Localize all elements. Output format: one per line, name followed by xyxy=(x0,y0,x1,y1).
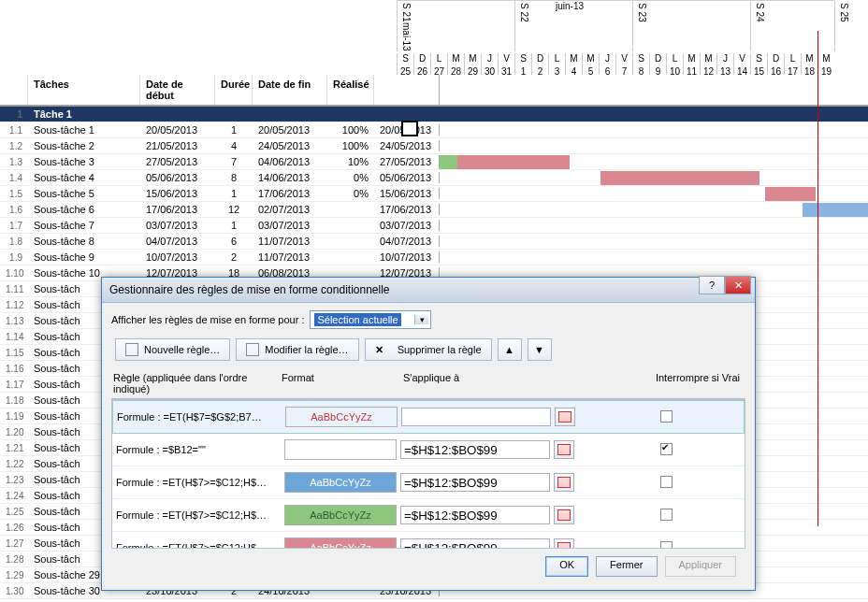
day-letter: D xyxy=(767,53,784,66)
range-picker-button[interactable] xyxy=(554,440,574,459)
week-label: S 22 xyxy=(514,1,531,51)
range-picker-button[interactable] xyxy=(555,408,575,426)
show-for-dropdown[interactable]: Sélection actuelle xyxy=(310,310,431,329)
day-letter: M xyxy=(565,53,582,66)
week-label: S 24 xyxy=(750,1,767,51)
col-header-end[interactable]: Date de fin xyxy=(253,75,327,105)
col-header-start[interactable]: Date de début xyxy=(140,75,215,105)
delete-rule-button[interactable]: ✕ Supprimer la règle xyxy=(365,338,492,361)
rule-format-preview: AaBbCcYyZz xyxy=(284,472,397,493)
apply-button[interactable]: Appliquer xyxy=(665,556,736,577)
new-icon xyxy=(125,343,138,356)
dialog-title: Gestionnaire des règles de mise en forme… xyxy=(109,283,390,296)
gantt-bar[interactable] xyxy=(457,155,570,169)
dialog-titlebar[interactable]: Gestionnaire des règles de mise en forme… xyxy=(102,278,755,303)
day-letter: S xyxy=(397,53,413,66)
rule-row[interactable]: Formule : =$B12="" xyxy=(112,434,745,466)
rule-format-preview: AaBbCcYyZz xyxy=(285,407,398,427)
day-letter: J xyxy=(599,53,615,66)
range-picker-button[interactable] xyxy=(554,538,574,549)
gantt-bar[interactable] xyxy=(600,171,760,185)
stop-if-true-checkbox[interactable] xyxy=(660,443,673,455)
task-row[interactable]: 1.1Sous-tâche 120/05/2013120/05/2013100%… xyxy=(0,122,868,138)
day-letter: M xyxy=(801,53,817,66)
rule-row[interactable]: Formule : =ET(H$7>=$C12;H$…AaBbCcYyZz xyxy=(112,466,745,499)
rule-format-preview xyxy=(284,439,397,460)
task-row[interactable]: 1.5Sous-tâche 515/06/2013117/06/20130%15… xyxy=(0,186,868,202)
help-button[interactable]: ? xyxy=(699,276,725,294)
applies-to-input[interactable] xyxy=(401,408,551,426)
grid-header: Tâches Date de début Durée Date de fin R… xyxy=(0,75,868,107)
week-label: S 25 xyxy=(834,1,851,51)
move-up-button[interactable]: ▲ xyxy=(498,338,522,361)
rule-format-preview: AaBbCcYyZz xyxy=(284,505,397,525)
task-row[interactable]: 1.7Sous-tâche 703/07/2013103/07/201303/0… xyxy=(0,218,868,234)
today-line xyxy=(817,31,818,526)
week-label: S 21 mai-13 xyxy=(397,1,413,51)
rule-formula: Formule : =$B12="" xyxy=(116,444,281,455)
range-picker-button[interactable] xyxy=(554,506,574,524)
close-button[interactable]: Fermer xyxy=(596,556,657,577)
day-letter: J xyxy=(481,53,498,66)
col-header-pct[interactable]: Réalisé xyxy=(327,75,374,105)
rule-row[interactable]: Formule : =ET(H$7>=$C12;H$…AaBbCcYyZz xyxy=(112,532,745,549)
gantt-bar[interactable] xyxy=(803,203,868,217)
day-letter: L xyxy=(666,53,683,66)
task-group-row[interactable]: 1 Tâche 1 xyxy=(0,107,868,122)
rule-row[interactable]: Formule : =ET(H$7>=$C12;H$…AaBbCcYyZz xyxy=(112,499,745,532)
stop-if-true-checkbox[interactable] xyxy=(660,476,673,488)
rule-formula: Formule : =ET(H$7>=$C12;H$… xyxy=(116,509,281,521)
show-for-label: Afficher les règles de mise en forme pou… xyxy=(111,314,304,325)
week-label: S 23 xyxy=(632,1,649,51)
rule-formula: Formule : =ET(H$7=$G$2;B7… xyxy=(117,411,282,423)
stop-if-true-checkbox[interactable] xyxy=(660,410,673,423)
applies-to-input[interactable] xyxy=(400,440,550,459)
timeline-header: S 21 mai-13 S 22 juin-13 S 23 S 24 S 25 … xyxy=(397,0,834,79)
day-letter: L xyxy=(548,53,565,66)
new-rule-button[interactable]: Nouvelle règle… xyxy=(115,338,230,361)
day-letter: S xyxy=(514,53,531,66)
col-header-task[interactable]: Tâches xyxy=(28,75,140,105)
task-row[interactable]: 1.6Sous-tâche 617/06/20131202/07/201317/… xyxy=(0,202,868,218)
rule-formula: Formule : =ET(H$7>=$C12;H$… xyxy=(116,477,281,488)
day-letter: D xyxy=(531,53,548,66)
applies-to-input[interactable] xyxy=(400,473,550,492)
task-row[interactable]: 1.3Sous-tâche 327/05/2013704/06/201310%2… xyxy=(0,154,868,170)
month-label: juin-13 xyxy=(556,1,584,11)
task-row[interactable]: 1.8Sous-tâche 804/07/2013611/07/201304/0… xyxy=(0,234,868,250)
day-letter: L xyxy=(784,53,801,66)
close-button[interactable]: ✕ xyxy=(725,276,751,294)
day-letter: S xyxy=(632,53,649,66)
edit-rule-button[interactable]: Modifier la règle… xyxy=(236,338,358,361)
day-letter: M xyxy=(683,53,700,66)
day-letter: J xyxy=(716,53,733,66)
move-down-button[interactable]: ▼ xyxy=(528,338,552,361)
day-letter: D xyxy=(413,53,430,66)
ok-button[interactable]: OK xyxy=(545,556,588,577)
applies-to-input[interactable] xyxy=(400,506,550,524)
rules-list[interactable]: Formule : =ET(H$7=$G$2;B7…AaBbCcYyZzForm… xyxy=(111,399,745,549)
gantt-bar[interactable] xyxy=(439,155,457,169)
day-letter: V xyxy=(498,53,514,66)
rules-columns-header: Règle (appliquée dans l'ordre indiqué) F… xyxy=(111,368,745,399)
rule-row[interactable]: Formule : =ET(H$7=$G$2;B7…AaBbCcYyZz xyxy=(112,400,745,434)
stop-if-true-checkbox[interactable] xyxy=(660,541,673,550)
range-picker-button[interactable] xyxy=(554,473,574,492)
day-letter: V xyxy=(615,53,632,66)
day-letter: M xyxy=(447,53,464,66)
day-letter: M xyxy=(582,53,599,66)
task-row[interactable]: 1.9Sous-tâche 910/07/2013211/07/201310/0… xyxy=(0,250,868,265)
day-letter: S xyxy=(750,53,767,66)
day-letter: M xyxy=(464,53,481,66)
selected-cell[interactable] xyxy=(401,121,418,136)
stop-if-true-checkbox[interactable] xyxy=(660,509,673,521)
applies-to-input[interactable] xyxy=(400,538,550,549)
day-letter: M xyxy=(700,53,716,66)
rule-format-preview: AaBbCcYyZz xyxy=(284,538,397,549)
rule-formula: Formule : =ET(H$7>=$C12;H$… xyxy=(116,542,281,549)
gantt-bar[interactable] xyxy=(765,187,816,201)
col-header-dur[interactable]: Durée xyxy=(215,75,253,105)
task-row[interactable]: 1.2Sous-tâche 221/05/2013424/05/2013100%… xyxy=(0,138,868,154)
cf-rules-manager-dialog: Gestionnaire des règles de mise en forme… xyxy=(101,277,756,591)
day-letter: V xyxy=(733,53,750,66)
